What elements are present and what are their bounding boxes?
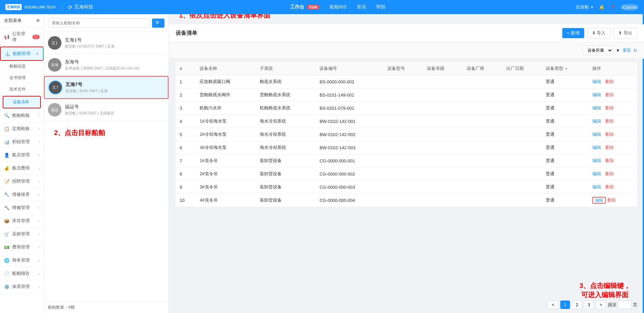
cell-type: 普通: [542, 167, 588, 181]
table-wrapper: # 设备名称 子系统 设备编号 设备型号 设备等级 设备厂商 出厂日期 设备类型…: [169, 59, 644, 296]
user-name: Connie: [621, 4, 639, 10]
question-icon[interactable]: ❓: [610, 5, 615, 10]
edit-button[interactable]: 编辑: [592, 92, 601, 97]
sidebar-item-repair-management[interactable]: 🔨 维修管理 ›: [0, 201, 44, 214]
sidebar-item-announcement[interactable]: 📢 公告管理 51: [0, 27, 44, 47]
cell-type: 普通: [542, 128, 588, 141]
sidebar-item-expense[interactable]: 💵 费用管理 ›: [0, 241, 44, 254]
col-subsystem: 子系统: [256, 62, 316, 75]
delete-button[interactable]: 删除: [605, 105, 614, 110]
sidebar: 全部菜单 ≡ 📢 公告管理 51 ⚓ 船舶管理 ▼ 船舶信息 证书管理 技术文件…: [0, 14, 44, 313]
delete-button[interactable]: 删除: [605, 158, 614, 163]
delete-button[interactable]: 删除: [605, 145, 614, 150]
sidebar-item-recruitment[interactable]: 📝 招聘管理 ›: [0, 175, 44, 188]
sidebar-sub-ship-info[interactable]: 船舶信息: [0, 61, 44, 72]
page-button-1[interactable]: 1: [560, 301, 570, 309]
sidebar-item-procurement[interactable]: 🛒 采购管理 ›: [0, 228, 44, 241]
cell-model: [383, 128, 423, 141]
import-button[interactable]: ⬇ 导入: [587, 28, 611, 38]
cell-vendor: [463, 115, 502, 128]
edit-button[interactable]: 编辑: [592, 145, 601, 150]
sidebar-item-maintenance[interactable]: 🔧 维修保养 ›: [0, 188, 44, 201]
edit-button[interactable]: 编辑: [592, 119, 601, 124]
table-row: 9 3#克令吊 装卸货设备 CG-0000-000-003 普通 编辑 删除: [176, 181, 637, 194]
cell-level: [423, 115, 462, 128]
cell-subsystem: 海水冷却系统: [256, 141, 316, 154]
cell-date: [502, 88, 542, 102]
edit-button[interactable]: 编辑: [592, 132, 601, 137]
sidebar-item-business[interactable]: 🌐 商务管理 ›: [0, 254, 44, 267]
cell-level: [423, 128, 462, 141]
reset-button[interactable]: 重置: [623, 48, 631, 53]
filter-icon[interactable]: ▼: [616, 48, 620, 53]
table-row: 7 1#克令吊 装卸货设备 CG-0000-000-001 普通 编辑 删除: [176, 154, 637, 167]
cell-level: [423, 141, 462, 154]
sidebar-item-system-management[interactable]: ⚙️ 体系管理 ›: [0, 280, 44, 293]
col-type: 设备类型 ▼: [542, 62, 588, 75]
delete-button[interactable]: 删除: [605, 119, 614, 124]
goto-input[interactable]: [618, 301, 632, 309]
sidebar-sub-equipment-list[interactable]: 设备清单: [3, 96, 41, 108]
ship-item-4[interactable]: 福运 福运号 散货船 | 5000 DWT | 无限航区: [44, 99, 169, 121]
cell-name: 3#冷却海水泵: [196, 141, 256, 154]
nav-workbench[interactable]: 工作台 9196: [290, 4, 319, 10]
table-row: 4 1#冷却海水泵 海水冷却系统 BW-0102-142-001 普通 编辑 删…: [176, 115, 637, 128]
export-button[interactable]: ⬆ 导出: [613, 28, 637, 38]
delete-button[interactable]: 删除: [605, 92, 614, 97]
sidebar-item-inventory[interactable]: 📦 库存管理 ›: [0, 214, 44, 228]
user-menu[interactable]: 自首船 ▼: [576, 4, 594, 10]
prev-page-button[interactable]: <: [548, 301, 558, 309]
ship-info-3: 互海7号 散货船 | 8445 DWT | 近海: [66, 82, 108, 94]
col-action: 操作: [588, 62, 637, 75]
ship-search-input[interactable]: [48, 18, 149, 28]
edit-button[interactable]: 编辑: [592, 184, 601, 189]
sidebar-item-crew-cost[interactable]: 💰 船员费用 ›: [0, 162, 44, 175]
page-button-2[interactable]: 2: [572, 301, 582, 309]
sidebar-item-ship-report[interactable]: 📄 船舶报告 ›: [0, 267, 44, 280]
table-row: 2 货舱舱底水阀件 货舱舱底水系统 BS-0101-149-001 普通 编辑 …: [176, 88, 637, 102]
sidebar-sub-certificate[interactable]: 证书管理: [0, 72, 44, 84]
ship-item-2[interactable]: 东海 东海号 多用途船 | 36000 DWT | 无线航区/A1+A2+A3: [44, 54, 169, 76]
ship-icon: ⚓: [5, 51, 10, 56]
refresh-icon[interactable]: ↻: [634, 48, 637, 53]
edit-button-highlighted[interactable]: 编辑: [592, 197, 606, 204]
sidebar-item-ship-inspection[interactable]: 🔍 船舶检验 ›: [0, 109, 44, 122]
ship-item-3[interactable]: 互7 互海7号 散货船 | 8445 DWT | 近海: [44, 76, 169, 99]
edit-button[interactable]: 编辑: [592, 105, 601, 110]
cell-level: [423, 181, 462, 194]
edit-button[interactable]: 编辑: [592, 158, 601, 163]
cell-model: [383, 141, 423, 154]
nav-news[interactable]: 资讯: [357, 4, 366, 10]
sidebar-item-ship-management[interactable]: ⚓ 船舶管理 ▼: [0, 47, 44, 61]
nav-ship-ais[interactable]: 船舶AIS: [330, 4, 347, 10]
page-button-3[interactable]: 3: [584, 301, 594, 309]
inventory-icon: 📦: [4, 218, 9, 224]
ship-search-button[interactable]: 🔍: [152, 19, 164, 28]
sidebar-item-jibot[interactable]: 📊 积铂管理 ›: [0, 135, 44, 149]
avatar[interactable]: Connie: [621, 5, 639, 10]
notification-icon[interactable]: 🔔: [599, 5, 604, 10]
ship-item-1[interactable]: 互1 互海1号 散货船 | 6730万方 DWT | 近海: [44, 32, 169, 54]
delete-button[interactable]: 删除: [605, 132, 614, 137]
add-button[interactable]: + 新增: [562, 28, 584, 38]
delete-button[interactable]: 删除: [607, 198, 616, 203]
sidebar-sub-tech-doc[interactable]: 技术文件: [0, 84, 44, 95]
edit-button[interactable]: 编辑: [592, 171, 601, 176]
sidebar-item-periodic-inspection[interactable]: 📋 定期检验 ›: [0, 122, 44, 135]
sidebar-item-crew-management[interactable]: 👤 船员管理 ›: [0, 149, 44, 162]
next-page-button[interactable]: >: [596, 301, 606, 309]
edit-button[interactable]: 编辑: [592, 79, 601, 84]
announcement-badge: 51: [32, 35, 40, 39]
sidebar-toggle[interactable]: ≡: [36, 18, 40, 24]
filter-select[interactable]: 设备所属: [583, 46, 613, 55]
nav-help[interactable]: 帮助: [376, 4, 386, 10]
announcement-icon: 📢: [4, 34, 9, 40]
delete-button[interactable]: 删除: [605, 184, 614, 189]
delete-button[interactable]: 删除: [605, 79, 614, 84]
brand-name: ⟳ 互海科技: [62, 4, 93, 10]
delete-button[interactable]: 删除: [605, 171, 614, 176]
cell-model: [383, 181, 423, 194]
nav-right: 自首船 ▼ 🔔 ❓ Connie: [576, 4, 639, 10]
ship-name-1: 互海1号: [65, 37, 114, 43]
chevron-right-icon: ›: [38, 114, 40, 118]
